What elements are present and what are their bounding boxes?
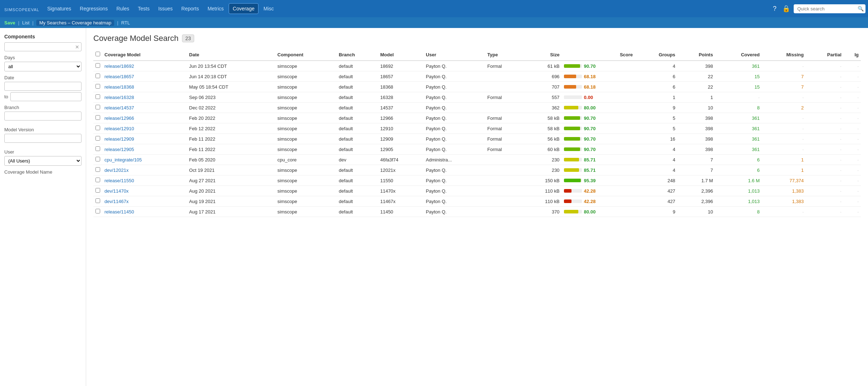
col-coverage-model[interactable]: Coverage Model xyxy=(102,49,187,61)
row-checkbox[interactable] xyxy=(95,198,100,203)
quick-search-input[interactable] xyxy=(794,4,865,13)
date-to-input[interactable] xyxy=(10,92,81,101)
model-link[interactable]: release/11550 xyxy=(102,175,187,186)
table-row: release/16328 Sep 06 2023 simscope defau… xyxy=(93,92,861,103)
col-user[interactable]: User xyxy=(424,49,485,61)
branch-input[interactable] xyxy=(4,112,81,121)
col-missing[interactable]: Missing xyxy=(762,49,806,61)
col-component[interactable]: Component xyxy=(275,49,337,61)
col-type[interactable]: Type xyxy=(485,49,523,61)
score-cell: 85.71 xyxy=(562,165,635,175)
model-link[interactable]: dev/11467x xyxy=(102,196,187,207)
branch-cell: default xyxy=(337,186,378,196)
select-all-header xyxy=(93,49,102,61)
days-select[interactable]: all xyxy=(4,62,81,71)
groups-cell: 1 xyxy=(635,92,677,103)
col-branch[interactable]: Branch xyxy=(337,49,378,61)
branch-cell: default xyxy=(337,196,378,207)
row-checkbox[interactable] xyxy=(95,94,100,99)
score-bar xyxy=(564,147,582,151)
nav-signatures[interactable]: Signatures xyxy=(43,4,75,14)
component-cell: simscope xyxy=(275,103,337,113)
model-link[interactable]: release/11450 xyxy=(102,207,187,217)
row-checkbox[interactable] xyxy=(95,126,100,130)
nav-rules[interactable]: Rules xyxy=(113,4,133,14)
col-points[interactable]: Points xyxy=(677,49,715,61)
model-link[interactable]: release/18692 xyxy=(102,61,187,71)
component-cell: simscope xyxy=(275,113,337,123)
row-checkbox[interactable] xyxy=(95,157,100,161)
nav-reports[interactable]: Reports xyxy=(178,4,202,14)
model-version-input[interactable] xyxy=(4,134,81,143)
model-link[interactable]: release/12905 xyxy=(102,144,187,155)
model-link[interactable]: release/12910 xyxy=(102,123,187,134)
model-link[interactable]: release/18657 xyxy=(102,71,187,82)
col-score[interactable]: Score xyxy=(562,49,635,61)
date-from-input[interactable] xyxy=(4,82,81,91)
component-cell: simscope xyxy=(275,196,337,207)
col-partial[interactable]: Partial xyxy=(806,49,844,61)
model-link[interactable]: release/14537 xyxy=(102,103,187,113)
component-cell: simscope xyxy=(275,186,337,196)
points-cell: 398 xyxy=(677,144,715,155)
col-model[interactable]: Model xyxy=(378,49,424,61)
nav-metrics[interactable]: Metrics xyxy=(204,4,227,14)
row-checkbox[interactable] xyxy=(95,136,100,141)
model-link[interactable]: cpu_integrate/105 xyxy=(102,155,187,165)
nav-regressions[interactable]: Regressions xyxy=(76,4,111,14)
col-groups[interactable]: Groups xyxy=(635,49,677,61)
user-select[interactable]: (All Users) xyxy=(4,156,81,166)
model-link[interactable]: dev/11470x xyxy=(102,186,187,196)
nav-tests[interactable]: Tests xyxy=(134,4,153,14)
user-cell: Payton Q. xyxy=(424,175,485,186)
groups-cell: 9 xyxy=(635,207,677,217)
nav-misc[interactable]: Misc xyxy=(260,4,277,14)
model-link[interactable]: release/16328 xyxy=(102,92,187,103)
row-checkbox[interactable] xyxy=(95,115,100,120)
breadcrumb-save[interactable]: Save xyxy=(4,20,15,25)
covered-cell: 8 xyxy=(715,103,762,113)
row-checkbox-cell xyxy=(93,165,102,175)
score-bar xyxy=(564,189,582,193)
nav-coverage[interactable]: Coverage xyxy=(229,3,258,14)
model-link[interactable]: dev/12021x xyxy=(102,165,187,175)
row-checkbox[interactable] xyxy=(95,146,100,151)
row-checkbox[interactable] xyxy=(95,74,100,78)
size-cell: 58 kB xyxy=(523,123,562,134)
size-cell: 60 kB xyxy=(523,144,562,155)
row-checkbox-cell xyxy=(93,186,102,196)
row-checkbox[interactable] xyxy=(95,209,100,213)
model-link[interactable]: release/18368 xyxy=(102,82,187,92)
components-input[interactable] xyxy=(4,42,81,51)
ig-cell: · xyxy=(844,165,861,175)
row-checkbox-cell xyxy=(93,103,102,113)
row-checkbox[interactable] xyxy=(95,167,100,172)
points-cell: 2,396 xyxy=(677,196,715,207)
model-link[interactable]: release/12909 xyxy=(102,134,187,144)
row-checkbox[interactable] xyxy=(95,178,100,182)
partial-cell: · xyxy=(806,165,844,175)
breadcrumb-list[interactable]: List xyxy=(22,20,29,25)
breadcrumb-rtl[interactable]: RTL xyxy=(121,20,130,25)
covered-cell: 361 xyxy=(715,113,762,123)
col-size[interactable]: Size xyxy=(523,49,562,61)
ig-cell: · xyxy=(844,123,861,134)
nav-issues[interactable]: Issues xyxy=(155,4,176,14)
points-cell: 398 xyxy=(677,123,715,134)
lock-icon[interactable]: 🔒 xyxy=(782,5,790,13)
points-cell: 398 xyxy=(677,61,715,71)
row-checkbox[interactable] xyxy=(95,188,100,193)
row-checkbox[interactable] xyxy=(95,105,100,109)
help-icon[interactable]: ? xyxy=(773,5,776,13)
col-date[interactable]: Date xyxy=(187,49,275,61)
col-covered[interactable]: Covered xyxy=(715,49,762,61)
select-all-checkbox[interactable] xyxy=(95,52,100,56)
col-ig[interactable]: Ig xyxy=(844,49,861,61)
components-clear-icon[interactable]: ✕ xyxy=(75,44,79,50)
groups-cell: 5 xyxy=(635,123,677,134)
row-checkbox[interactable] xyxy=(95,63,100,68)
model-link[interactable]: release/12966 xyxy=(102,113,187,123)
ig-cell: · xyxy=(844,134,861,144)
row-checkbox[interactable] xyxy=(95,84,100,89)
score-cell: 42.28 xyxy=(562,196,635,207)
